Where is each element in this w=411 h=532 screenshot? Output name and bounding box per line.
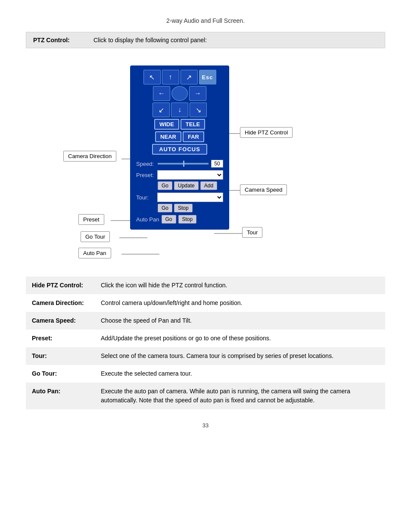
tour-action-row: Go Stop	[136, 204, 223, 212]
autopan-go-button[interactable]: Go	[162, 215, 176, 224]
tour-stop-button[interactable]: Stop	[174, 204, 193, 212]
desc-row: Camera Speed: Choose the speed of Pan an…	[26, 312, 385, 330]
dir-w-button[interactable]: ←	[153, 86, 170, 101]
ptz-header-description: Click to display the following control p…	[93, 37, 207, 44]
ptz-diagram-container: Camera Direction Hide PTZ Control Camera…	[55, 57, 356, 264]
esc-button[interactable]: Esc	[199, 70, 216, 84]
wide-button[interactable]: WIDE	[154, 119, 179, 130]
speed-slider[interactable]	[158, 163, 209, 165]
camera-speed-callout: Camera Speed	[240, 184, 287, 195]
desc-term: Go Tour:	[26, 365, 95, 383]
tour-select[interactable]	[157, 193, 223, 202]
desc-row: Auto Pan: Execute the auto pan of camera…	[26, 383, 385, 409]
dir-row-2: ← →	[136, 86, 223, 101]
desc-def: Execute the auto pan of camera. While au…	[95, 383, 385, 409]
desc-def: Choose the speed of Pan and Tilt.	[95, 312, 385, 330]
desc-row: Tour: Select one of the camera tours. Ca…	[26, 347, 385, 365]
desc-term: Camera Speed:	[26, 312, 95, 330]
tour-go-button[interactable]: Go	[158, 204, 172, 212]
dir-row-1: ↖ ↑ ↗ Esc	[136, 70, 223, 84]
desc-term: Camera Direction:	[26, 294, 95, 312]
intro-text: 2-way Audio and Full Screen.	[26, 17, 385, 24]
desc-def: Click the icon will hide the PTZ control…	[95, 277, 385, 294]
preset-callout: Preset	[78, 214, 104, 225]
preset-row: Preset:	[136, 170, 223, 180]
autopan-row: Auto Pan Go Stop	[136, 215, 223, 224]
dir-home-button[interactable]	[171, 86, 188, 101]
near-button[interactable]: NEAR	[155, 131, 181, 142]
desc-term: Auto Pan:	[26, 383, 95, 409]
desc-def: Control camera up/down/left/right and ho…	[95, 294, 385, 312]
autofocus-row: AUTO FOCUS	[136, 144, 223, 157]
description-table: Hide PTZ Control: Click the icon will hi…	[26, 277, 385, 409]
go-tour-callout: Go Tour	[81, 231, 110, 242]
hide-ptz-callout: Hide PTZ Control	[240, 127, 293, 138]
far-button[interactable]: FAR	[183, 131, 204, 142]
autopan-stop-button[interactable]: Stop	[178, 215, 197, 224]
camera-direction-callout: Camera Direction	[63, 151, 116, 162]
autopan-label: Auto Pan	[136, 216, 159, 223]
focus-row: NEAR FAR	[136, 131, 223, 142]
desc-term: Hide PTZ Control:	[26, 277, 95, 294]
desc-row: Preset: Add/Update the preset positions …	[26, 330, 385, 347]
dir-row-3: ↙ ↓ ↘	[136, 103, 223, 117]
page-number: 33	[26, 422, 385, 429]
auto-pan-callout: Auto Pan	[78, 248, 111, 258]
preset-select[interactable]	[157, 170, 223, 180]
dir-sw-button[interactable]: ↙	[153, 103, 170, 117]
tour-row: Tour:	[136, 193, 223, 202]
tour-callout: Tour	[242, 227, 262, 238]
dir-nw-button[interactable]: ↖	[143, 70, 161, 84]
desc-term: Preset:	[26, 330, 95, 347]
desc-row: Go Tour: Execute the selected camera tou…	[26, 365, 385, 383]
desc-def: Add/Update the preset positions or go to…	[95, 330, 385, 347]
speed-slider-thumb	[183, 161, 184, 167]
desc-def: Execute the selected camera tour.	[95, 365, 385, 383]
preset-update-button[interactable]: Update	[174, 181, 199, 190]
dir-e-button[interactable]: →	[189, 86, 206, 101]
dir-s-button[interactable]: ↓	[171, 103, 188, 117]
ptz-control-panel: ↖ ↑ ↗ Esc ← → ↙ ↓ ↘ WIDE TELE NEAR FAR	[130, 65, 229, 230]
desc-term: Tour:	[26, 347, 95, 365]
speed-value: 50	[211, 160, 223, 168]
desc-def: Select one of the camera tours. Camera t…	[95, 347, 385, 365]
dir-n-button[interactable]: ↑	[162, 70, 179, 84]
dir-se-button[interactable]: ↘	[190, 103, 207, 117]
preset-label: Preset:	[136, 172, 155, 178]
ptz-control-label: PTZ Control:	[33, 37, 93, 44]
ptz-header-row: PTZ Control: Click to display the follow…	[26, 32, 385, 48]
preset-action-row: Go Update Add	[136, 181, 223, 190]
desc-row: Camera Direction: Control camera up/down…	[26, 294, 385, 312]
desc-row: Hide PTZ Control: Click the icon will hi…	[26, 277, 385, 294]
zoom-row: WIDE TELE	[136, 119, 223, 130]
preset-add-button[interactable]: Add	[200, 181, 217, 190]
tour-label: Tour:	[136, 194, 155, 201]
tele-button[interactable]: TELE	[181, 119, 205, 130]
autofocus-button[interactable]: AUTO FOCUS	[152, 144, 207, 155]
preset-go-button[interactable]: Go	[158, 181, 172, 190]
speed-label: Speed:	[136, 161, 155, 167]
dir-ne-button[interactable]: ↗	[181, 70, 198, 84]
speed-row: Speed: 50	[136, 160, 223, 168]
